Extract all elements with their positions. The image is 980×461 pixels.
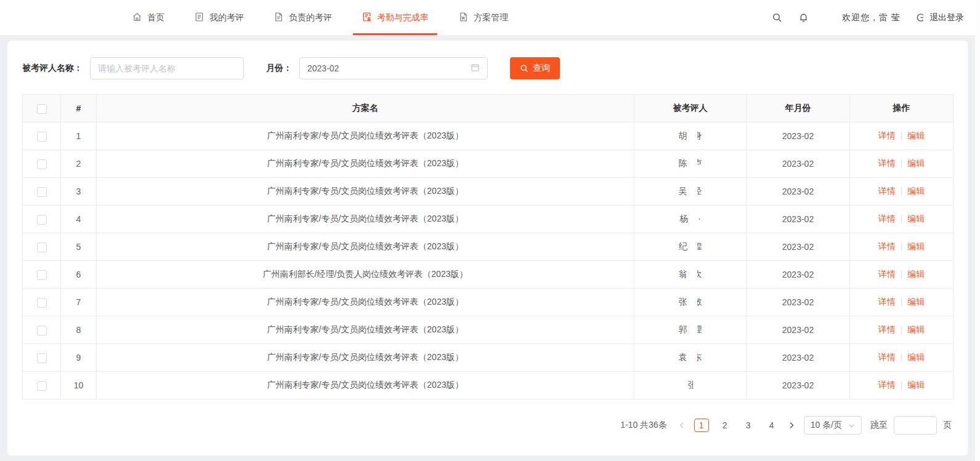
action-separator: | xyxy=(901,130,903,140)
doc-person-icon xyxy=(362,12,372,24)
logout-button[interactable]: 退出登录 xyxy=(917,12,964,23)
row-checkbox[interactable] xyxy=(37,215,47,225)
row-number: 10 xyxy=(61,372,97,399)
row-evaluated-person: 吴泾 xyxy=(634,178,747,206)
row-plan-name: 广州南利专家/专员/文员岗位绩效考评表（2023版） xyxy=(97,206,634,233)
scrollbar[interactable] xyxy=(975,0,980,461)
row-checkbox[interactable] xyxy=(37,326,47,335)
edit-link[interactable]: 编辑 xyxy=(907,324,925,334)
action-separator: | xyxy=(901,297,903,307)
row-actions: 详情|编辑 xyxy=(850,178,954,206)
evaluation-table: # 方案名 被考评人 年月份 操作 1广州南利专家/专员/文员岗位绩效考评表（2… xyxy=(22,94,954,399)
row-checkbox[interactable] xyxy=(37,132,47,142)
search-icon[interactable] xyxy=(772,12,782,23)
redacted-name-fragment: 身 xyxy=(697,130,702,142)
detail-link[interactable]: 详情 xyxy=(878,324,896,334)
row-checkbox-cell xyxy=(23,178,61,206)
row-checkbox-cell xyxy=(23,122,61,150)
name-filter-input[interactable] xyxy=(90,57,244,79)
edit-link[interactable]: 编辑 xyxy=(907,352,925,362)
edit-link[interactable]: 编辑 xyxy=(907,241,925,251)
row-evaluated-person: 陈卢 xyxy=(634,150,747,178)
row-actions: 详情|编辑 xyxy=(850,206,954,233)
edit-link[interactable]: 编辑 xyxy=(907,269,925,279)
redacted-name-fragment: 敏 xyxy=(697,297,702,308)
row-checkbox-cell xyxy=(23,316,61,344)
row-checkbox-cell xyxy=(23,206,61,233)
month-picker[interactable]: 2023-02 xyxy=(299,57,488,79)
row-month: 2023-02 xyxy=(747,316,850,344)
month-filter-label: 月份： xyxy=(266,63,292,74)
row-checkbox[interactable] xyxy=(37,243,47,252)
row-plan-name: 广州南利专家/专员/文员岗位绩效考评表（2023版） xyxy=(97,344,634,372)
nav-item-3[interactable]: 考勤与完成率 xyxy=(347,0,443,35)
page-number-2[interactable]: 2 xyxy=(718,419,732,431)
edit-link[interactable]: 编辑 xyxy=(907,130,925,140)
row-number: 3 xyxy=(61,178,97,206)
edit-link[interactable]: 编辑 xyxy=(907,158,925,168)
header-name: 被考评人 xyxy=(634,95,747,122)
redacted-name-fragment: 泾 xyxy=(697,186,702,197)
table-row: 4广州南利专家/专员/文员岗位绩效考评表（2023版）杨·2023-02详情|编… xyxy=(23,206,954,233)
row-number: 5 xyxy=(61,233,97,261)
edit-link[interactable]: 编辑 xyxy=(907,186,925,196)
action-separator: | xyxy=(901,186,903,196)
row-checkbox[interactable] xyxy=(37,381,47,391)
nav-item-label: 我的考评 xyxy=(209,12,244,23)
row-checkbox[interactable] xyxy=(37,159,47,169)
row-checkbox[interactable] xyxy=(37,353,47,363)
action-separator: | xyxy=(901,241,903,251)
detail-link[interactable]: 详情 xyxy=(878,297,896,307)
edit-link[interactable]: 编辑 xyxy=(907,380,925,390)
header-month: 年月份 xyxy=(747,95,850,122)
row-checkbox[interactable] xyxy=(37,298,47,308)
search-button[interactable]: 查询 xyxy=(510,57,560,79)
action-separator: | xyxy=(901,324,903,334)
select-all-checkbox[interactable] xyxy=(37,104,47,114)
page-number-1[interactable]: 1 xyxy=(694,419,709,432)
detail-link[interactable]: 详情 xyxy=(878,158,896,168)
nav-item-label: 负责的考评 xyxy=(289,12,332,23)
row-checkbox[interactable] xyxy=(37,270,47,280)
redacted-name-fragment: 欢 xyxy=(697,269,702,280)
month-picker-value: 2023-02 xyxy=(307,63,339,73)
topbar-right: 欢迎您，雷 莹 退出登录 xyxy=(772,0,964,35)
header-checkbox-cell xyxy=(23,95,61,122)
row-checkbox[interactable] xyxy=(37,187,47,197)
prev-page-icon[interactable] xyxy=(678,422,686,429)
doc-lines-icon xyxy=(194,12,205,24)
detail-link[interactable]: 详情 xyxy=(878,269,896,279)
nav-item-label: 考勤与完成率 xyxy=(377,12,429,23)
detail-link[interactable]: 详情 xyxy=(878,380,896,390)
doc-icon xyxy=(273,12,284,24)
jump-page-input[interactable] xyxy=(894,416,937,435)
nav-item-0[interactable]: 首页 xyxy=(117,0,179,35)
page-number-3[interactable]: 3 xyxy=(741,419,756,431)
detail-link[interactable]: 详情 xyxy=(878,214,896,223)
edit-link[interactable]: 编辑 xyxy=(907,214,925,223)
pagination: 1-10 共36条 1234 10 条/页 跳至 页 xyxy=(22,416,953,435)
nav-item-1[interactable]: 我的考评 xyxy=(179,0,259,35)
page-number-4[interactable]: 4 xyxy=(764,419,779,431)
detail-link[interactable]: 详情 xyxy=(878,130,896,140)
row-plan-name: 广州南利部长/经理/负责人岗位绩效考评表（2023版） xyxy=(97,261,634,289)
nav-item-2[interactable]: 负责的考评 xyxy=(259,0,347,35)
row-evaluated-person: 翁欢 xyxy=(634,261,747,289)
table-row: 2广州南利专家/专员/文员岗位绩效考评表（2023版）陈卢2023-02详情|编… xyxy=(23,150,954,178)
welcome-text: 欢迎您，雷 莹 xyxy=(842,12,901,23)
page-size-select[interactable]: 10 条/页 xyxy=(804,416,862,435)
row-actions: 详情|编辑 xyxy=(850,233,954,261)
row-number: 2 xyxy=(61,150,97,178)
nav-item-4[interactable]: 方案管理 xyxy=(443,0,523,35)
row-plan-name: 广州南利专家/专员/文员岗位绩效考评表（2023版） xyxy=(97,372,634,399)
row-month: 2023-02 xyxy=(747,206,850,233)
edit-link[interactable]: 编辑 xyxy=(907,297,925,307)
next-page-icon[interactable] xyxy=(788,422,795,429)
detail-link[interactable]: 详情 xyxy=(878,352,896,362)
row-checkbox-cell xyxy=(23,344,61,372)
detail-link[interactable]: 详情 xyxy=(878,241,896,251)
filter-bar: 被考评人名称： 月份： 2023-02 查询 xyxy=(22,57,953,79)
action-separator: | xyxy=(901,352,903,362)
bell-icon[interactable] xyxy=(798,12,809,23)
detail-link[interactable]: 详情 xyxy=(878,186,896,196)
